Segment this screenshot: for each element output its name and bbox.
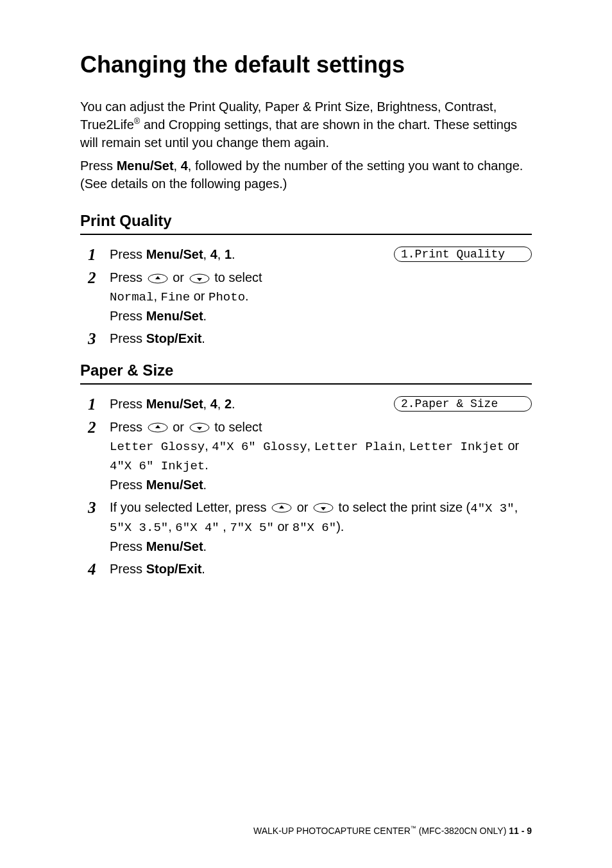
up-arrow-icon — [148, 273, 168, 284]
step-text: . — [203, 478, 207, 492]
size-8x6: 8"X 6" — [293, 521, 336, 535]
page-number: 11 - 9 — [509, 826, 532, 836]
step-number: 3 — [88, 329, 110, 349]
step-number: 1 — [88, 245, 110, 265]
menu-set-label: Menu/Set — [146, 309, 203, 323]
step-text: to select — [211, 270, 262, 284]
lcd-display-2: 2.Paper & Size — [394, 396, 532, 412]
down-arrow-icon — [189, 422, 210, 433]
step-text: . — [203, 539, 207, 553]
paper-size-section: 2.Paper & Size 1 Press Menu/Set, 4, 2. 2… — [80, 395, 532, 579]
key-4: 4 — [181, 159, 188, 173]
down-arrow-icon — [189, 273, 210, 284]
step-text: . — [232, 247, 235, 261]
step-text: or — [293, 500, 312, 514]
size-6x4: 6"X 4" — [175, 521, 219, 535]
footer-text: WALK-UP PHOTOCAPTURE CENTER — [253, 826, 411, 836]
list-item: 3 Press Stop/Exit. — [88, 329, 532, 349]
step-text: ). — [336, 519, 344, 534]
option-photo: Photo — [208, 290, 245, 304]
menu-set-label: Menu/Set — [146, 247, 203, 261]
list-item: 3 If you selected Letter, press or to se… — [88, 498, 532, 556]
down-arrow-icon — [313, 503, 334, 513]
step-text: or — [504, 438, 519, 453]
up-arrow-icon — [271, 503, 292, 513]
up-arrow-icon — [148, 422, 168, 433]
step-text: Press — [110, 309, 146, 323]
step-text: . — [201, 331, 205, 345]
step-text: Press — [110, 420, 146, 434]
menu-set-label: Menu/Set — [146, 397, 203, 411]
size-5x35: 5"X 3.5" — [110, 521, 168, 535]
step-text: . — [201, 562, 205, 576]
option-letter-inkjet: Letter Inkjet — [409, 440, 504, 454]
step-text: . — [232, 397, 235, 411]
section-title-paper-size: Paper & Size — [80, 361, 532, 379]
step-text: , — [153, 289, 160, 303]
intro-text: , — [174, 159, 181, 173]
list-item: 2 Press or to select Letter Glossy, 4"X … — [88, 418, 532, 494]
step-text: If you selected Letter, press — [110, 500, 270, 514]
step-number: 4 — [88, 560, 110, 579]
step-body: If you selected Letter, press or to sele… — [110, 498, 532, 556]
step-text: or — [274, 519, 293, 534]
step-text: , — [307, 438, 314, 453]
menu-set-label: Menu/Set — [117, 159, 174, 173]
steps-paper-size: 1 Press Menu/Set, 4, 2. 2 Press or to se… — [80, 395, 532, 579]
step-text: , — [217, 397, 225, 411]
option-letter-plain: Letter Plain — [314, 440, 402, 454]
intro-paragraph-2: Press Menu/Set, 4, followed by the numbe… — [80, 157, 532, 193]
step-number: 3 — [88, 498, 110, 517]
option-4x6-glossy: 4"X 6" Glossy — [212, 440, 307, 454]
step-text: . — [203, 309, 207, 323]
option-letter-glossy: Letter Glossy — [110, 440, 205, 454]
step-text: or — [169, 420, 188, 434]
stop-exit-label: Stop/Exit — [146, 562, 202, 576]
section-divider — [80, 234, 532, 235]
step-text: , — [514, 500, 518, 514]
step-text: Press — [110, 270, 146, 284]
step-text: , — [203, 397, 210, 411]
option-normal: Normal — [110, 290, 153, 304]
step-text: Press — [110, 539, 146, 553]
step-text: , — [205, 438, 212, 453]
step-text: or — [190, 289, 208, 303]
menu-set-label: Menu/Set — [146, 539, 203, 553]
intro-text: and Cropping settings, that are shown in… — [80, 117, 517, 150]
step-text: or — [169, 270, 188, 284]
print-quality-section: 1.Print Quality 1 Press Menu/Set, 4, 1. … — [80, 245, 532, 349]
step-text: , — [402, 438, 409, 453]
footer-text: (MFC-3820CN ONLY) — [416, 826, 509, 836]
step-body: Press or to select Normal, Fine or Photo… — [110, 268, 532, 326]
step-text: , — [219, 519, 230, 534]
step-text: Press — [110, 247, 146, 261]
step-text: Press — [110, 397, 146, 411]
lcd-display-1: 1.Print Quality — [394, 247, 532, 262]
step-text: Press — [110, 331, 146, 345]
section-title-print-quality: Print Quality — [80, 212, 532, 230]
step-body: Press Stop/Exit. — [110, 560, 532, 578]
intro-paragraph-1: You can adjust the Print Quality, Paper … — [80, 98, 532, 152]
step-text: . — [205, 458, 208, 472]
step-body: Press or to select Letter Glossy, 4"X 6"… — [110, 418, 532, 494]
step-text: , — [217, 247, 225, 261]
key-1: 1 — [225, 247, 232, 261]
size-7x5: 7"X 5" — [230, 521, 273, 535]
step-text: to select — [211, 420, 262, 434]
list-item: 4 Press Stop/Exit. — [88, 560, 532, 579]
option-4x6-inkjet: 4"X 6" Inkjet — [110, 459, 205, 473]
step-text: Press — [110, 478, 146, 492]
step-body: Press Stop/Exit. — [110, 329, 532, 348]
page-footer: WALK-UP PHOTOCAPTURE CENTER™ (MFC-3820CN… — [0, 825, 532, 836]
registered-mark: ® — [134, 116, 140, 126]
step-number: 2 — [88, 268, 110, 288]
step-text: , — [168, 519, 175, 534]
menu-set-label: Menu/Set — [146, 478, 203, 492]
step-text: to select the print size ( — [335, 500, 470, 514]
key-4: 4 — [210, 247, 217, 261]
intro-text: Press — [80, 159, 117, 173]
step-text: Press — [110, 562, 146, 576]
step-text: , — [203, 247, 210, 261]
key-4: 4 — [210, 397, 217, 411]
step-number: 2 — [88, 418, 110, 437]
